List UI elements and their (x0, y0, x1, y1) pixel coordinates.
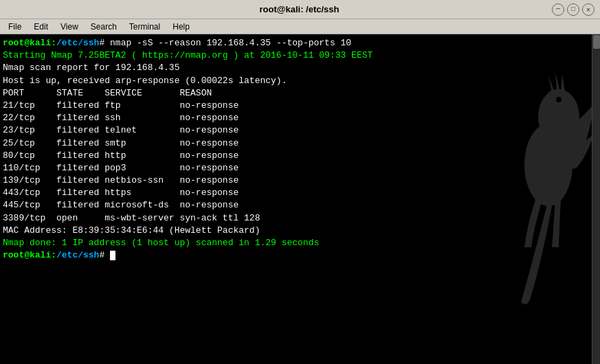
menu-item-help[interactable]: Help (167, 21, 195, 33)
output-line-4: 21/tcp filtered ftp no-response (3, 100, 578, 112)
close-button[interactable]: ✕ (582, 3, 595, 16)
output-line-8: 80/tcp filtered http no-response (3, 150, 578, 162)
titlebar: root@kali: /etc/ssh ─ □ ✕ (0, 0, 600, 19)
output-line-2: Host is up, received arp-response (0.000… (3, 75, 578, 87)
window-controls: ─ □ ✕ (552, 3, 595, 16)
prompt-path: /etc/ssh (56, 38, 99, 48)
output-line-11: 443/tcp filtered https no-response (3, 187, 578, 199)
output-line-0: Starting Nmap 7.25BETA2 ( https://nmap.o… (3, 49, 578, 62)
output-line-3: PORT STATE SERVICE REASON (3, 87, 578, 100)
prompt2-user: root@kali: (3, 250, 56, 260)
scrollbar[interactable] (592, 34, 600, 364)
output-line-13: 3389/tcp open ms-wbt-server syn-ack ttl … (3, 212, 578, 225)
output-line-14: MAC Address: E8:39:35:34:E6:44 (Hewlett … (3, 225, 578, 237)
menu-item-edit[interactable]: Edit (28, 21, 54, 33)
prompt2-path: /etc/ssh (56, 250, 99, 260)
prompt-user: root@kali: (3, 38, 56, 48)
menu-item-view[interactable]: View (55, 21, 84, 33)
output-line-7: 25/tcp filtered smtp no-response (3, 137, 578, 150)
minimize-button[interactable]: ─ (552, 3, 564, 16)
menu-item-file[interactable]: File (3, 21, 27, 33)
window-title: root@kali: /etc/ssh (47, 4, 552, 14)
terminal-content: root@kali:/etc/ssh# nmap -sS --reason 19… (0, 34, 592, 264)
prompt-line-2: root@kali:/etc/ssh# (3, 249, 578, 262)
command-line-1: root@kali:/etc/ssh# nmap -sS --reason 19… (3, 37, 578, 49)
maximize-button[interactable]: □ (567, 3, 579, 16)
prompt2-suffix: # (99, 250, 110, 260)
terminal[interactable]: root@kali:/etc/ssh# nmap -sS --reason 19… (0, 34, 600, 364)
output-area: Starting Nmap 7.25BETA2 ( https://nmap.o… (3, 49, 578, 249)
output-line-16: Nmap done: 1 IP address (1 host up) scan… (3, 237, 578, 249)
menu-item-search[interactable]: Search (85, 21, 122, 33)
output-line-5: 22/tcp filtered ssh no-response (3, 112, 578, 124)
output-line-1: Nmap scan report for 192.168.4.35 (3, 62, 578, 74)
command-text: # nmap -sS --reason 192.168.4.35 --top-p… (99, 38, 351, 48)
menu-item-terminal[interactable]: Terminal (124, 21, 166, 33)
output-line-10: 139/tcp filtered netbios-ssn no-response (3, 174, 578, 187)
cursor (110, 251, 115, 260)
output-line-6: 23/tcp filtered telnet no-response (3, 124, 578, 137)
output-line-9: 110/tcp filtered pop3 no-response (3, 162, 578, 174)
scrollbar-thumb[interactable] (593, 35, 600, 49)
output-line-12: 445/tcp filtered microsoft-ds no-respons… (3, 199, 578, 212)
menubar: FileEditViewSearchTerminalHelp (0, 19, 600, 34)
